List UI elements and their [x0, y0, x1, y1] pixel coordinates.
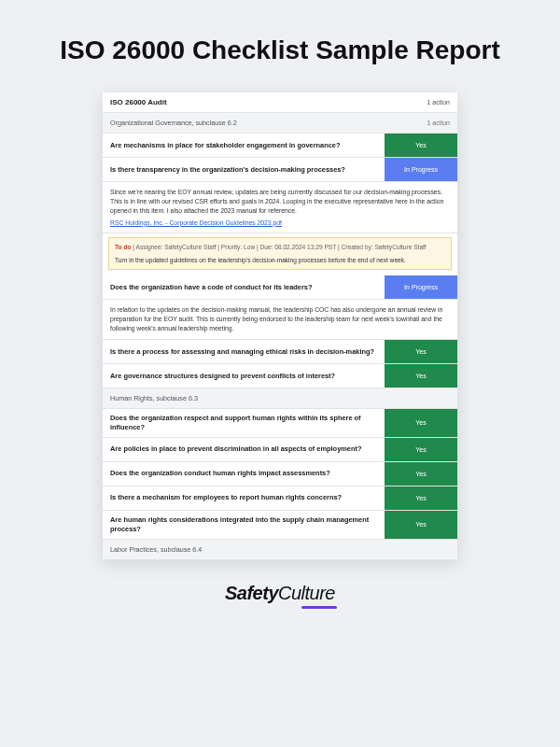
question-row: Are mechanisms in place for stakeholder …: [103, 134, 457, 158]
question-row: Is there a mechanism for employees to re…: [103, 486, 457, 511]
question-row: Are governance structures designed to pr…: [103, 364, 457, 388]
audit-title: ISO 26000 Audit: [110, 98, 167, 106]
question-text: Does the organization have a code of con…: [103, 275, 385, 299]
question-row: Are human rights considerations integrat…: [103, 511, 457, 540]
question-row: Does the organization have a code of con…: [103, 275, 457, 300]
section-action-count: 1 action: [427, 120, 450, 126]
status-tag-yes: Yes: [385, 462, 457, 486]
question-row: Does the organization respect and suppor…: [103, 409, 457, 438]
audit-action-count: 1 action: [427, 99, 450, 106]
section-title: Labor Practices, subclause 6.4: [110, 545, 202, 554]
brand-logo: SafetyCulture: [225, 560, 335, 609]
todo-box: To do | Assignee: SafetyCulture Staff | …: [108, 237, 452, 270]
status-tag-in-progress: In Progress: [385, 158, 457, 181]
report-card: ISO 26000 Audit 1 action Organizational …: [103, 92, 457, 560]
status-tag-yes: Yes: [385, 511, 457, 539]
brand-part1: Safety: [225, 583, 278, 603]
brand-part2: Culture: [278, 583, 335, 603]
brand-underline: [301, 606, 337, 609]
status-tag-yes: Yes: [385, 486, 457, 510]
question-row: Is there a process for assessing and man…: [103, 340, 457, 364]
section-header: Labor Practices, subclause 6.4: [103, 540, 457, 560]
todo-label: To do: [115, 244, 133, 250]
question-note: Since we're nearing the EOY annual revie…: [103, 182, 457, 233]
section-title: Human Rights, subclause 6.3: [110, 394, 198, 402]
status-tag-in-progress: In Progress: [385, 275, 457, 299]
status-tag-yes: Yes: [385, 340, 457, 363]
status-tag-yes: Yes: [385, 364, 457, 388]
question-note: In relation to the updates on the decisi…: [103, 300, 457, 340]
attachment-link[interactable]: RSC Holdings, Inc. - Corporate Decision …: [110, 219, 282, 226]
page-title: ISO 26000 Checklist Sample Report: [60, 34, 500, 66]
question-text: Are governance structures designed to pr…: [103, 364, 385, 388]
question-text: Does the organization respect and suppor…: [103, 409, 385, 437]
question-text: Are mechanisms in place for stakeholder …: [103, 134, 385, 157]
todo-task: Turn in the updated guidelines on the le…: [115, 256, 445, 265]
audit-header: ISO 26000 Audit 1 action: [103, 92, 457, 113]
question-text: Is there a process for assessing and man…: [103, 340, 385, 363]
question-text: Is there transparency in the organizatio…: [103, 158, 385, 181]
section-title: Organizational Governance, subclause 6.2: [110, 119, 237, 127]
question-row: Is there transparency in the organizatio…: [103, 158, 457, 182]
question-text: Does the organization conduct human righ…: [103, 462, 385, 486]
status-tag-yes: Yes: [385, 409, 457, 437]
status-tag-yes: Yes: [385, 134, 457, 157]
question-row: Are policies in place to prevent discrim…: [103, 438, 457, 462]
question-row: Does the organization conduct human righ…: [103, 462, 457, 486]
status-tag-yes: Yes: [385, 438, 457, 461]
section-header: Human Rights, subclause 6.3: [103, 388, 457, 409]
question-text: Are human rights considerations integrat…: [103, 511, 385, 539]
question-text: Are policies in place to prevent discrim…: [103, 438, 385, 461]
question-text: Is there a mechanism for employees to re…: [103, 486, 385, 510]
todo-meta: | Assignee: SafetyCulture Staff | Priori…: [133, 244, 426, 250]
section-header: Organizational Governance, subclause 6.2…: [103, 113, 457, 134]
